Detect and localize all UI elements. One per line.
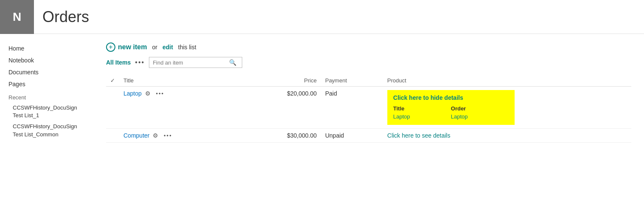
new-item-label: new item	[118, 43, 147, 51]
sidebar-item-pages[interactable]: Pages	[0, 78, 93, 90]
details-val-order: Laptop	[451, 113, 509, 121]
row-check	[106, 129, 119, 143]
details-col-title: Title	[393, 104, 451, 113]
row-title-cell: Laptop ⚙ •••	[119, 87, 244, 129]
col-check: ✓	[106, 75, 119, 87]
expanded-details-panel: Click here to hide details Title Order	[387, 90, 515, 125]
app-header: N Orders	[0, 0, 644, 34]
avatar: N	[0, 0, 34, 34]
sidebar-item-home[interactable]: Home	[0, 42, 93, 54]
table-row: Laptop ⚙ ••• $20,000.00 Paid Click here …	[106, 87, 631, 129]
computer-product-cell: Click here to see details	[383, 129, 631, 143]
row-check	[106, 87, 119, 129]
sidebar-recent-item-2[interactable]: CCSWFHistory_DocuSign Test List_Common	[0, 121, 93, 140]
sidebar: Home Notebook Documents Pages Recent CCS…	[0, 34, 93, 220]
details-inner-table: Title Order Laptop Laptop	[393, 104, 509, 121]
sidebar-recent-label: Recent	[0, 90, 93, 102]
sidebar-recent-item-1[interactable]: CCSWFHistory_DocuSign Test List_1	[0, 102, 93, 121]
row-options-menu[interactable]: •••	[156, 90, 164, 97]
page-title: Orders	[42, 8, 89, 26]
settings-icon[interactable]: ⚙	[145, 90, 151, 96]
search-box: 🔍	[149, 57, 242, 68]
col-price: Price	[244, 75, 321, 87]
edit-link[interactable]: edit	[162, 44, 173, 51]
laptop-price: $20,000.00	[244, 87, 321, 129]
see-details-link[interactable]: Click here to see details	[387, 132, 451, 139]
details-val-title: Laptop	[393, 113, 451, 121]
hide-details-link[interactable]: Click here to hide details	[393, 94, 509, 101]
computer-title-link[interactable]: Computer	[123, 132, 149, 139]
view-label[interactable]: All Items	[106, 59, 131, 66]
toolbar: + new item or edit this list	[106, 42, 631, 52]
view-bar: All Items ••• 🔍	[106, 57, 631, 68]
col-title: Title	[119, 75, 244, 87]
row-options-menu[interactable]: •••	[164, 133, 172, 139]
laptop-product-cell: Click here to hide details Title Order	[383, 87, 631, 129]
content-area: + new item or edit this list All Items •…	[93, 34, 644, 220]
plus-icon: +	[106, 42, 115, 52]
this-list-label: this list	[178, 44, 196, 51]
row-title-cell: Computer ⚙ •••	[119, 129, 244, 143]
computer-payment: Unpaid	[321, 129, 383, 143]
details-col-order: Order	[451, 104, 509, 113]
col-payment: Payment	[321, 75, 383, 87]
items-table: ✓ Title Price Payment Product Laptop ⚙ •…	[106, 75, 631, 143]
view-options-menu[interactable]: •••	[135, 59, 145, 66]
table-row: Computer ⚙ ••• $30,000.00 Unpaid Click h…	[106, 129, 631, 143]
sidebar-item-notebook[interactable]: Notebook	[0, 54, 93, 66]
laptop-payment: Paid	[321, 87, 383, 129]
search-icon[interactable]: 🔍	[229, 59, 236, 66]
new-item-button[interactable]: + new item	[106, 42, 147, 52]
or-label: or	[152, 44, 157, 51]
col-product: Product	[383, 75, 631, 87]
sidebar-item-documents[interactable]: Documents	[0, 66, 93, 78]
laptop-title-link[interactable]: Laptop	[123, 90, 142, 97]
search-input[interactable]	[153, 59, 229, 66]
main-layout: Home Notebook Documents Pages Recent CCS…	[0, 34, 644, 220]
settings-icon[interactable]: ⚙	[153, 132, 159, 138]
computer-price: $30,000.00	[244, 129, 321, 143]
